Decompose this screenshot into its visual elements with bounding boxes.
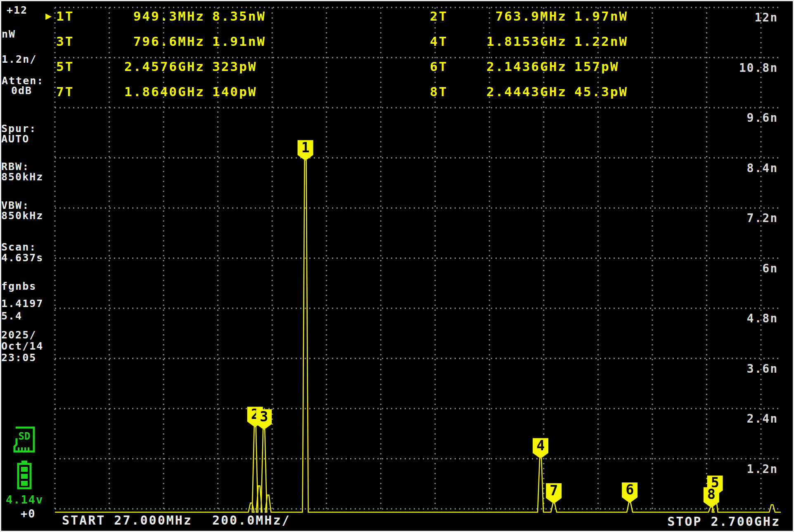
y-axis-tick-label: 10.8n: [739, 61, 778, 75]
atten-value: 0dB: [11, 85, 32, 96]
date-year: 2025/: [1, 330, 36, 340]
marker-label: 1T: [56, 9, 83, 24]
marker-readout-7[interactable]: 7T 1.8640GHz 140pW: [45, 79, 257, 104]
marker-frequency: 2.4576GHz: [83, 59, 205, 74]
y-axis-tick-label: 4.8n: [747, 312, 778, 325]
marker-readout-8[interactable]: 8T 2.4443GHz 45.3pW: [419, 79, 628, 104]
rbw-label[interactable]: RBW:: [1, 161, 29, 172]
marker-flag-number: 8: [707, 486, 716, 502]
marker-readout-1[interactable]: ▶ 1T 949.3MHz 8.35nW: [45, 3, 266, 28]
marker-label: 8T: [430, 84, 455, 99]
marker-label: 6T: [430, 59, 455, 74]
vbw-label[interactable]: VBW:: [1, 200, 29, 210]
scan-time-value: 4.637s: [1, 253, 43, 263]
marker-label: 5T: [56, 59, 83, 74]
marker-power: 1.91nW: [212, 34, 266, 49]
ref-level-setting[interactable]: +12: [7, 5, 28, 15]
unit-setting[interactable]: nW: [2, 29, 16, 39]
marker-flag-6[interactable]: 6: [622, 482, 638, 502]
y-axis-tick-label: 12n: [754, 11, 778, 24]
marker-power: 1.97nW: [574, 9, 628, 24]
spur-value: AUTO: [1, 134, 29, 144]
span-per-division-label[interactable]: 200.0MHz/: [212, 513, 291, 527]
marker-readout-2[interactable]: 2T 763.9MHz 1.97nW: [419, 3, 628, 28]
marker-flag-number: 1: [301, 140, 310, 156]
marker-frequency: 796.6MHz: [83, 34, 205, 49]
marker-flag-8[interactable]: 8: [704, 486, 719, 506]
marker-flag-3[interactable]: 3: [256, 409, 272, 429]
y-axis-tick-label: 2.4n: [747, 412, 778, 426]
marker-power: 157pW: [574, 59, 619, 74]
marker-readout-6[interactable]: 6T 2.1436GHz 157pW: [419, 54, 619, 79]
marker-power: 45.3pW: [574, 84, 628, 99]
time-of-day: 23:05: [1, 352, 36, 363]
marker-power: 1.22nW: [574, 34, 628, 49]
marker-frequency: 1.8153GHz: [455, 34, 567, 49]
marker-frequency: 1.8640GHz: [83, 84, 205, 99]
hardware-version: 5.4: [1, 311, 22, 321]
sd-card-label: SD: [19, 430, 31, 442]
battery-voltage: 4.14v: [6, 494, 43, 505]
y-axis-tick-label: 6n: [762, 262, 778, 275]
marker-label: 7T: [56, 84, 83, 99]
marker-frequency: 2.4443GHz: [455, 84, 567, 99]
y-axis-tick-label: 7.2n: [747, 211, 778, 225]
marker-flag-number: 6: [626, 482, 634, 498]
scale-per-div[interactable]: 1.2n/: [2, 54, 37, 64]
y-axis-tick-label: 8.4n: [747, 161, 778, 175]
y-axis-tick-label: 9.6n: [747, 111, 778, 125]
marker-readout-4[interactable]: 4T 1.8153GHz 1.22nW: [419, 28, 628, 54]
firmware-version: 1.4197: [1, 298, 43, 309]
marker-label: 2T: [430, 9, 455, 24]
y-axis-tick-label: 3.6n: [747, 362, 778, 376]
y-axis-tick-label: 1.2n: [747, 462, 778, 476]
marker-frequency: 949.3MHz: [83, 9, 205, 24]
vbw-value: 850kHz: [1, 210, 43, 221]
marker-flag-number: 7: [550, 482, 558, 499]
sd-card-icon: SD: [12, 426, 36, 456]
marker-label: 4T: [430, 34, 455, 49]
marker-flag-number: 4: [536, 437, 545, 454]
marker-flag-4[interactable]: 4: [533, 437, 548, 458]
date-month-day: Oct/14: [1, 341, 43, 351]
external-gain-offset: +0: [21, 508, 36, 519]
active-marker-arrow-icon: ▶: [45, 10, 56, 22]
marker-readout-5[interactable]: 5T 2.4576GHz 323pW: [45, 54, 257, 79]
marker-readout-3[interactable]: 3T 796.6MHz 1.91nW: [45, 28, 266, 54]
marker-power: 140pW: [212, 84, 257, 99]
marker-power: 8.35nW: [212, 9, 266, 24]
marker-power: 323pW: [212, 59, 257, 74]
marker-flag-1[interactable]: 1: [298, 140, 313, 160]
marker-flag-number: 3: [260, 409, 268, 425]
rbw-value: 850kHz: [1, 172, 43, 182]
scan-time-label: Scan:: [1, 242, 36, 252]
marker-frequency: 763.9MHz: [455, 9, 567, 24]
firmware-id: fgnbs: [1, 281, 36, 291]
marker-frequency: 2.1436GHz: [455, 59, 567, 74]
marker-label: 3T: [56, 34, 83, 49]
spur-label[interactable]: Spur:: [1, 123, 36, 134]
marker-flag-7[interactable]: 7: [546, 482, 562, 503]
stop-frequency-label[interactable]: STOP 2.700GHz: [667, 514, 780, 529]
spectrum-analyzer-screen[interactable]: 12n10.8n9.6n8.4n7.2n6n4.8n3.6n2.4n1.2n12…: [0, 0, 794, 532]
battery-icon: [17, 461, 32, 489]
start-frequency-label[interactable]: START 27.000MHz: [62, 513, 192, 527]
